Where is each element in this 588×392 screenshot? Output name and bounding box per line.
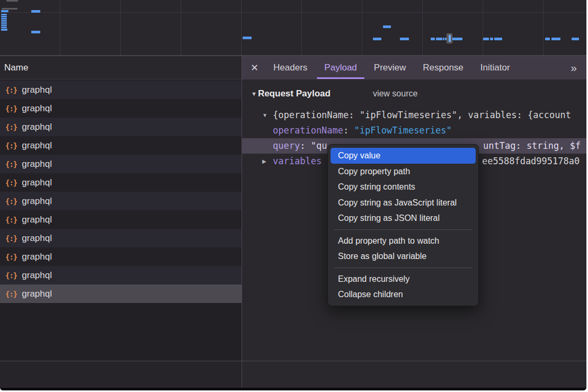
request-name: graphql <box>22 122 52 132</box>
property-value-continued: untTag: string, $f <box>483 138 581 154</box>
waterfall-bar <box>452 38 462 40</box>
timeline-gridline <box>60 0 60 55</box>
braces-icon: {:} <box>5 234 17 243</box>
waterfall-bar <box>483 38 489 40</box>
menu-item-store-as-global-variable[interactable]: Store as global variable <box>328 248 478 264</box>
request-name: graphql <box>22 196 52 207</box>
view-source-link[interactable]: view source <box>373 89 417 99</box>
menu-item-copy-value[interactable]: Copy value <box>331 148 476 164</box>
devtools-window: Name ✕ HeadersPayloadPreviewResponseInit… <box>0 0 586 390</box>
menu-item-copy-string-contents[interactable]: Copy string contents <box>328 179 478 195</box>
request-row[interactable]: {:}graphql <box>0 118 242 136</box>
waterfall-bar <box>1 20 7 22</box>
key-separator: : <box>300 140 310 151</box>
braces-icon: {:} <box>5 216 17 224</box>
waterfall-bar <box>243 37 252 39</box>
timeline-hover-marker <box>447 33 452 43</box>
waterfall-bar <box>373 38 381 40</box>
request-payload-section-header[interactable]: ▼ Request Payload view source <box>242 87 586 101</box>
property-key: query <box>273 140 300 151</box>
name-column-header[interactable]: Name <box>0 56 242 79</box>
request-name: graphql <box>22 140 52 151</box>
tab-response[interactable]: Response <box>414 56 472 79</box>
request-row[interactable]: {:}graphql <box>0 81 242 99</box>
payload-root-preview: {operationName: "ipFlowTimeseries", vari… <box>273 108 571 123</box>
waterfall-bar <box>436 38 442 40</box>
menu-item-collapse-children[interactable]: Collapse children <box>328 287 478 302</box>
close-icon[interactable]: ✕ <box>251 62 259 74</box>
variables-preview-continued: ee5588fdad995178a0 <box>482 154 580 169</box>
requests-list: {:}graphql{:}graphql{:}graphql{:}graphql… <box>0 79 242 361</box>
timeline-gridline <box>241 0 242 55</box>
request-name: graphql <box>22 252 52 262</box>
network-overview-timeline[interactable] <box>0 0 586 56</box>
request-row[interactable]: {:}graphql <box>0 99 242 118</box>
tab-initiator[interactable]: Initiator <box>472 56 519 79</box>
waterfall-bar <box>383 25 391 28</box>
request-row[interactable]: {:}graphql <box>0 266 242 284</box>
waterfall-bar <box>31 31 40 33</box>
request-row[interactable]: {:}graphql <box>0 284 242 303</box>
waterfall-bar <box>1 29 7 31</box>
window-bottom-edge <box>0 388 586 390</box>
operation-name-line[interactable]: operationName: "ipFlowTimeseries" <box>242 123 586 138</box>
property-key: operationName <box>273 125 343 136</box>
expanded-triangle-icon[interactable]: ▼ <box>262 108 268 123</box>
request-row[interactable]: {:}graphql <box>0 247 242 266</box>
request-row[interactable]: {:}graphql <box>0 155 242 173</box>
timeline-gridline <box>543 0 544 55</box>
request-name: graphql <box>22 270 52 281</box>
braces-icon: {:} <box>5 160 17 168</box>
waterfall-bar <box>572 38 579 40</box>
request-row[interactable]: {:}graphql <box>0 192 242 210</box>
request-row[interactable]: {:}graphql <box>0 210 242 229</box>
request-name: graphql <box>22 159 52 170</box>
timeline-gridline <box>120 0 121 55</box>
waterfall-bar <box>1 24 7 26</box>
waterfall-bar <box>494 38 502 40</box>
request-row[interactable]: {:}graphql <box>0 229 242 247</box>
menu-item-copy-property-path[interactable]: Copy property path <box>328 164 478 180</box>
menu-item-expand-recursively[interactable]: Expand recursively <box>328 271 478 287</box>
section-title: Request Payload <box>258 88 331 99</box>
menu-separator <box>334 268 472 268</box>
braces-icon: {:} <box>5 271 17 280</box>
devtools-screenshot: Name ✕ HeadersPayloadPreviewResponseInit… <box>0 0 588 392</box>
waterfall-bar <box>2 8 17 10</box>
property-value-start: "qu <box>311 140 327 151</box>
timeline-gridline <box>362 0 362 55</box>
tab-headers[interactable]: Headers <box>265 56 316 79</box>
waterfall-bar <box>443 38 444 40</box>
request-name: graphql <box>22 233 52 244</box>
braces-icon: {:} <box>5 197 17 206</box>
request-name: graphql <box>22 177 52 188</box>
collapsed-triangle-icon[interactable]: ▶ <box>262 154 266 169</box>
menu-item-copy-string-as-javascript-literal[interactable]: Copy string as JavaScript literal <box>328 195 478 211</box>
timeline-gridline <box>301 0 302 55</box>
timeline-gridline <box>483 0 483 55</box>
waterfall-bar <box>31 10 40 13</box>
braces-icon: {:} <box>5 104 17 113</box>
menu-item-add-property-path-to-watch[interactable]: Add property path to watch <box>328 233 478 249</box>
braces-icon: {:} <box>5 123 17 131</box>
property-value: "ipFlowTimeseries" <box>354 125 452 136</box>
marker-bar <box>449 35 451 42</box>
timeline-gridline <box>0 12 586 13</box>
request-row[interactable]: {:}graphql <box>0 136 242 155</box>
waterfall-bar <box>1 18 7 20</box>
property-key: variables <box>273 156 322 166</box>
request-name: graphql <box>22 85 52 95</box>
tab-preview[interactable]: Preview <box>366 56 414 79</box>
collapse-triangle-icon[interactable]: ▼ <box>251 91 257 97</box>
menu-separator <box>334 229 472 230</box>
menu-item-copy-string-as-json-literal[interactable]: Copy string as JSON literal <box>328 210 478 226</box>
braces-icon: {:} <box>5 290 17 298</box>
request-name: graphql <box>22 103 52 114</box>
selected-tab-underline <box>317 77 364 79</box>
key-separator: : <box>343 125 354 136</box>
request-row[interactable]: {:}graphql <box>0 173 242 192</box>
details-tab-bar: ✕ HeadersPayloadPreviewResponseInitiator… <box>242 56 586 79</box>
tab-payload[interactable]: Payload <box>316 56 365 79</box>
payload-root-line[interactable]: ▼ {operationName: "ipFlowTimeseries", va… <box>242 108 586 123</box>
more-tabs-icon[interactable]: » <box>571 61 576 74</box>
